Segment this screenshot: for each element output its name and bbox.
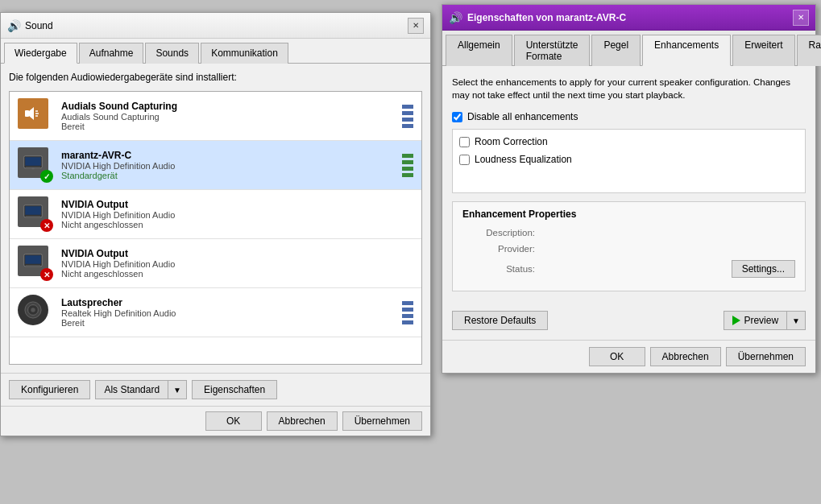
- sound-dialog: 🔊 Sound ✕ Wiedergabe Aufnahme Sounds Kom…: [0, 12, 431, 436]
- device-name-marantz: marantz-AVR-C: [61, 150, 394, 161]
- loudness-equalization-checkbox[interactable]: [459, 155, 470, 165]
- standard-button[interactable]: Als Standard: [96, 381, 168, 399]
- device-name-nvidia1: NVIDIA Output: [61, 199, 413, 210]
- room-correction-checkbox[interactable]: [459, 137, 470, 147]
- disable-all-row: Disable all enhancements: [452, 111, 806, 122]
- sound-titlebar: 🔊 Sound ✕: [1, 13, 430, 39]
- device-icon-audials: [18, 98, 53, 134]
- sound-content: Die folgenden Audiowiedergabegeräte sind…: [1, 64, 430, 373]
- props-close-button[interactable]: ✕: [793, 10, 809, 26]
- provider-label: Provider:: [462, 244, 535, 254]
- chevron-down-icon: ▼: [792, 316, 800, 325]
- device-item-nvidia2[interactable]: ✕ NVIDIA Output NVIDIA High Definition A…: [10, 239, 421, 288]
- props-tab-pegel[interactable]: Pegel: [591, 35, 641, 66]
- device-name-nvidia2: NVIDIA Output: [61, 248, 413, 259]
- enhancement-props-section: Enhancement Properties Description: Prov…: [452, 201, 806, 291]
- device-driver-nvidia1: NVIDIA High Definition Audio: [61, 210, 413, 220]
- sound-close-button[interactable]: ✕: [408, 18, 424, 34]
- props-dialog-title: Eigenschaften von marantz-AVR-C: [467, 12, 626, 23]
- tab-sounds[interactable]: Sounds: [145, 43, 199, 64]
- svg-rect-6: [26, 167, 40, 168]
- svg-rect-13: [26, 265, 40, 266]
- loudness-equalization-label[interactable]: Loudness Equalization: [475, 154, 572, 165]
- disable-all-label[interactable]: Disable all enhancements: [467, 111, 578, 122]
- device-item-audials[interactable]: Audials Sound Capturing Audials Sound Ca…: [10, 92, 421, 141]
- sound-description: Die folgenden Audiowiedergabegeräte sind…: [9, 72, 422, 83]
- svg-rect-7: [32, 168, 35, 170]
- device-name-lautsprecher: Lautsprecher: [61, 297, 394, 308]
- device-info-audials: Audials Sound Capturing Audials Sound Ca…: [61, 101, 394, 131]
- device-driver-audials: Audials Sound Capturing: [61, 112, 394, 122]
- room-correction-label[interactable]: Room Correction: [475, 136, 548, 147]
- device-info-marantz: marantz-AVR-C NVIDIA High Definition Aud…: [61, 150, 394, 180]
- enhancement-props-title: Enhancement Properties: [462, 209, 795, 220]
- description-label: Description:: [462, 228, 535, 238]
- tab-aufnahme[interactable]: Aufnahme: [79, 43, 144, 64]
- provider-field-row: Provider:: [462, 244, 795, 254]
- tab-wiedergabe[interactable]: Wiedergabe: [4, 43, 77, 64]
- status-field-row: Status: Settings...: [462, 260, 795, 278]
- volume-bars-marantz: [402, 154, 413, 177]
- configure-button[interactable]: Konfigurieren: [9, 380, 90, 399]
- svg-rect-0: [25, 110, 29, 117]
- props-tab-erweitert[interactable]: Erweitert: [732, 35, 794, 66]
- settings-button[interactable]: Settings...: [732, 260, 795, 278]
- play-icon: [732, 316, 740, 325]
- svg-rect-5: [25, 157, 41, 166]
- preview-arrow-button[interactable]: ▼: [787, 312, 805, 329]
- device-icon-lautsprecher: [18, 295, 53, 330]
- room-correction-row: Room Correction: [459, 136, 798, 147]
- device-icon-nvidia1: ✕: [18, 196, 53, 232]
- props-dialog: 🔊 Eigenschaften von marantz-AVR-C ✕ Allg…: [442, 4, 816, 374]
- preview-button-group[interactable]: Preview ▼: [724, 311, 806, 330]
- standard-dropdown[interactable]: Als Standard ▼: [95, 380, 187, 399]
- close-icon: ✕: [413, 21, 419, 30]
- status-label: Status:: [462, 264, 535, 274]
- standard-arrow[interactable]: ▼: [168, 381, 186, 399]
- disable-all-checkbox[interactable]: [452, 112, 462, 122]
- device-state-lautsprecher: Bereit: [61, 318, 394, 328]
- props-footer: Restore Defaults Preview ▼: [442, 311, 815, 340]
- props-tab-allgemein[interactable]: Allgemein: [446, 35, 512, 66]
- properties-button[interactable]: Eigenschaften: [192, 380, 277, 399]
- sound-dialog-title: Sound: [25, 20, 53, 31]
- svg-rect-10: [26, 216, 40, 217]
- device-info-nvidia2: NVIDIA Output NVIDIA High Definition Aud…: [61, 248, 413, 279]
- props-apply-button[interactable]: Übernehmen: [726, 347, 806, 366]
- device-item-lautsprecher[interactable]: Lautsprecher Realtek High Definition Aud…: [10, 288, 421, 337]
- sound-apply-button[interactable]: Übernehmen: [342, 411, 422, 431]
- device-driver-marantz: NVIDIA High Definition Audio: [61, 161, 394, 171]
- device-name-audials: Audials Sound Capturing: [61, 101, 394, 112]
- device-state-nvidia1: Nicht angeschlossen: [61, 220, 413, 229]
- svg-rect-9: [25, 206, 41, 215]
- preview-label: Preview: [744, 315, 778, 326]
- device-list[interactable]: Audials Sound Capturing Audials Sound Ca…: [9, 91, 422, 365]
- device-item-nvidia1[interactable]: ✕ NVIDIA Output NVIDIA High Definition A…: [10, 190, 421, 239]
- props-tab-enhancements[interactable]: Enhancements: [642, 35, 731, 66]
- svg-rect-12: [25, 255, 41, 264]
- sound-cancel-button[interactable]: Abbrechen: [267, 411, 338, 431]
- props-tab-bar: Allgemein Unterstützte Formate Pegel Enh…: [442, 31, 815, 66]
- props-title-icon: 🔊: [449, 11, 462, 24]
- device-state-nvidia2: Nicht angeschlossen: [61, 269, 413, 279]
- props-content: Select the enhancements to apply for you…: [442, 66, 815, 311]
- chevron-down-icon: ▼: [173, 386, 181, 395]
- device-info-lautsprecher: Lautsprecher Realtek High Definition Aud…: [61, 297, 394, 328]
- nvidia1-status-icon: ✕: [40, 219, 53, 232]
- device-icon-nvidia2: ✕: [18, 246, 53, 281]
- tab-kommunikation[interactable]: Kommunikation: [201, 43, 288, 64]
- sound-ok-button[interactable]: OK: [205, 411, 262, 431]
- preview-main-button[interactable]: Preview: [724, 312, 787, 329]
- props-tab-raumklang[interactable]: Raumklang: [797, 35, 821, 66]
- device-item-marantz[interactable]: ✓ marantz-AVR-C NVIDIA High Definition A…: [10, 141, 421, 190]
- nvidia2-status-icon: ✕: [40, 268, 53, 281]
- sound-tab-bar: Wiedergabe Aufnahme Sounds Kommunikation: [1, 39, 430, 64]
- props-cancel-button[interactable]: Abbrechen: [650, 347, 721, 366]
- device-state-marantz: Standardgerät: [61, 171, 394, 180]
- props-ok-button[interactable]: OK: [589, 347, 645, 366]
- device-driver-lautsprecher: Realtek High Definition Audio: [61, 308, 394, 318]
- volume-bars-lautsprecher: [402, 301, 413, 324]
- sound-title-icon: 🔊: [7, 19, 20, 32]
- props-tab-formate[interactable]: Unterstützte Formate: [514, 35, 591, 66]
- restore-defaults-button[interactable]: Restore Defaults: [452, 311, 548, 330]
